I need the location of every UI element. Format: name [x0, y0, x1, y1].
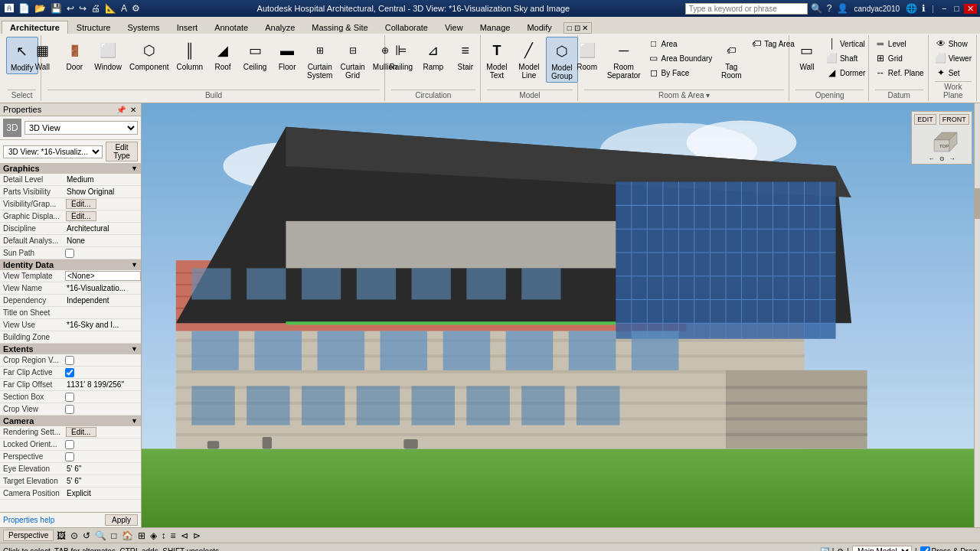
scrollbar-thumb[interactable] — [975, 188, 980, 219]
tab-annotate[interactable]: Annotate — [206, 21, 256, 34]
status-icon-9[interactable]: ↕ — [160, 530, 168, 541]
view-cube-front-btn[interactable]: FRONT — [939, 114, 969, 125]
search-input[interactable] — [685, 3, 808, 15]
qa-app-menu[interactable]: 🅰 — [3, 2, 15, 15]
ribbon-btn-ref-plane[interactable]: --Ref. Plane — [872, 66, 926, 80]
tab-systems[interactable]: Systems — [119, 21, 168, 34]
status-icon-12[interactable]: ⊳ — [191, 530, 202, 541]
status-icon-10[interactable]: ≡ — [169, 530, 178, 541]
ribbon-btn-by-face[interactable]: ◻By Face — [645, 66, 715, 80]
section-identity-data[interactable]: Identity Data ▼ — [0, 259, 141, 270]
perspective-tab[interactable]: Perspective — [3, 530, 54, 541]
ribbon-btn-component[interactable]: ⬡ Component — [126, 37, 172, 73]
model-dropdown[interactable]: Main Model — [852, 546, 912, 551]
crop-region-checkbox[interactable] — [65, 356, 74, 365]
ribbon-btn-tag-room[interactable]: 🏷 TagRoom — [716, 37, 746, 81]
section-extents[interactable]: Extents ▼ — [0, 344, 141, 354]
canvas-area[interactable]: EDIT FRONT TOP ← ⊙ → — [142, 103, 980, 527]
ribbon-btn-floor[interactable]: ▬ Floor — [272, 37, 302, 73]
view-dropdown[interactable]: 3D View: *16-Visualiz... — [3, 145, 103, 158]
info-btn[interactable]: ℹ — [920, 2, 927, 15]
apply-btn[interactable]: Apply — [105, 514, 138, 526]
status-settings[interactable]: ⚙ — [837, 547, 844, 551]
visibility-edit-btn[interactable]: Edit... — [66, 199, 96, 209]
ribbon-btn-area-boundary[interactable]: ▭Area Boundary — [645, 51, 715, 65]
search-btn[interactable]: 🔍 — [809, 2, 824, 15]
ribbon-btn-window[interactable]: ⬜ Window — [91, 37, 125, 73]
qa-save[interactable]: 💾 — [49, 2, 64, 15]
ribbon-btn-ramp[interactable]: ⊿ Ramp — [418, 37, 449, 73]
ribbon-btn-room-separator[interactable]: ─ RoomSeparator — [604, 37, 644, 81]
maximize-btn[interactable]: □ — [951, 4, 962, 13]
ribbon-btn-column[interactable]: ║ Column — [174, 37, 206, 73]
far-clip-active-checkbox[interactable] — [65, 368, 74, 377]
vertical-scrollbar[interactable] — [974, 103, 980, 527]
status-icon-5[interactable]: □ — [109, 530, 118, 541]
help-btn[interactable]: ? — [825, 2, 834, 15]
ribbon-btn-set[interactable]: ✦Set — [933, 66, 974, 80]
view-cube-edit-btn[interactable]: EDIT — [914, 114, 936, 125]
user-btn[interactable]: 👤 — [835, 2, 850, 15]
tab-insert[interactable]: Insert — [168, 21, 207, 34]
status-icon-4[interactable]: 🔍 — [93, 530, 108, 541]
properties-help-link[interactable]: Properties help — [3, 516, 54, 524]
tab-structure[interactable]: Structure — [68, 21, 119, 34]
tab-collaborate[interactable]: Collaborate — [377, 21, 436, 34]
ribbon-btn-shaft[interactable]: ⬜Shaft — [824, 51, 867, 65]
rendering-edit-btn[interactable]: Edit... — [66, 427, 96, 437]
tab-massing[interactable]: Massing & Site — [303, 21, 376, 34]
ribbon-btn-ceiling[interactable]: ▭ Ceiling — [240, 37, 270, 73]
ribbon-btn-model-text[interactable]: T ModelText — [482, 37, 512, 81]
ribbon-btn-room[interactable]: ⬜ Room — [572, 37, 603, 73]
status-sync-btn[interactable]: 🔄 — [820, 547, 829, 551]
edit-type-btn[interactable]: Edit Type — [106, 142, 138, 161]
ribbon-btn-curtain-system[interactable]: ⊞ CurtainSystem — [304, 37, 335, 81]
props-close-btn[interactable]: ✕ — [129, 106, 138, 114]
ribbon-btn-door[interactable]: 🚪 Door — [59, 37, 90, 73]
qa-settings[interactable]: ⚙ — [130, 2, 142, 15]
ribbon-btn-grid[interactable]: ⊞Grid — [872, 51, 926, 65]
ribbon-btn-opening-wall[interactable]: ▭ Wall — [792, 37, 822, 73]
section-camera[interactable]: Camera ▼ — [0, 416, 141, 426]
tab-modify[interactable]: Modify — [518, 21, 560, 34]
minimize-btn[interactable]: − — [939, 4, 949, 13]
locked-orient-checkbox[interactable] — [65, 440, 74, 449]
qa-text[interactable]: A — [119, 2, 129, 15]
qa-undo[interactable]: ↩ — [65, 2, 76, 15]
status-icon-7[interactable]: ⊞ — [136, 530, 147, 541]
qa-new[interactable]: 📄 — [17, 2, 31, 15]
ribbon-btn-viewer[interactable]: ⬜Viewer — [933, 51, 974, 65]
ribbon-btn-wall[interactable]: ▦ Wall — [27, 37, 57, 73]
type-dropdown[interactable]: 3D View — [24, 121, 138, 135]
qa-print[interactable]: 🖨 — [90, 2, 102, 15]
press-drag-checkbox[interactable] — [920, 546, 930, 551]
crop-view-checkbox[interactable] — [65, 405, 74, 414]
ribbon-btn-curtain-grid[interactable]: ⊟ CurtainGrid — [337, 37, 368, 81]
perspective-checkbox[interactable] — [65, 452, 74, 461]
ribbon-btn-dormer[interactable]: ◢Dormer — [824, 66, 867, 80]
ribbon-btn-tag-area[interactable]: 🏷Tag Area — [748, 37, 796, 51]
qa-redo[interactable]: ↪ — [77, 2, 88, 15]
ribbon-btn-level[interactable]: ═Level — [872, 37, 926, 51]
ribbon-btn-area[interactable]: □Area — [645, 37, 715, 51]
ribbon-btn-roof[interactable]: ◢ Roof — [207, 37, 238, 73]
qa-measure[interactable]: 📐 — [103, 2, 118, 15]
tab-manage[interactable]: Manage — [472, 21, 519, 34]
tab-view[interactable]: View — [436, 21, 472, 34]
community-btn[interactable]: 🌐 — [904, 2, 919, 15]
qa-open[interactable]: 📂 — [33, 2, 47, 15]
status-icon-3[interactable]: ↺ — [81, 530, 92, 541]
status-icon-2[interactable]: ⊙ — [69, 530, 80, 541]
ribbon-btn-railing[interactable]: ⊫ Railing — [386, 37, 416, 73]
sun-path-checkbox[interactable] — [65, 249, 74, 258]
status-icon-8[interactable]: ◈ — [149, 530, 158, 541]
section-graphics[interactable]: Graphics ▼ — [0, 163, 141, 174]
section-box-checkbox[interactable] — [65, 393, 74, 402]
ribbon-btn-stair[interactable]: ≡ Stair — [450, 37, 481, 73]
status-icon-6[interactable]: 🏠 — [120, 530, 135, 541]
tab-architecture[interactable]: Architecture — [2, 21, 68, 34]
tab-analyze[interactable]: Analyze — [256, 21, 303, 34]
ribbon-btn-vertical[interactable]: │Vertical — [824, 37, 867, 51]
props-pin-btn[interactable]: 📌 — [115, 106, 127, 114]
graphic-display-edit-btn[interactable]: Edit... — [66, 211, 96, 221]
